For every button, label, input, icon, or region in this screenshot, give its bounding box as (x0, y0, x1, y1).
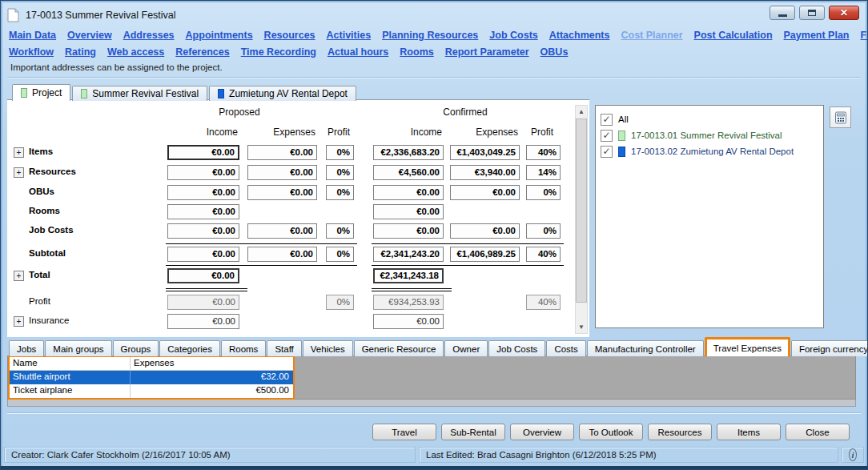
detail-tab-costs[interactable]: Costs (546, 340, 585, 356)
profit-proposed-profit-field[interactable]: 0% (326, 295, 354, 310)
column-header-expenses[interactable]: Expenses (130, 357, 293, 370)
nav-actual-hours[interactable]: Actual hours (328, 46, 388, 58)
detail-tab-owner[interactable]: Owner (444, 340, 488, 356)
detail-panel-scroll-strip[interactable] (7, 400, 856, 407)
job-costs-proposed-profit-field[interactable]: 0% (326, 223, 354, 239)
nav-references[interactable]: References (175, 46, 229, 58)
detail-tab-jobs[interactable]: Jobs (9, 340, 44, 356)
close-button[interactable]: ✕ (829, 6, 859, 20)
nav-workflow[interactable]: Workflow (9, 46, 54, 58)
column-header-name[interactable]: Name (10, 357, 130, 370)
items-confirmed-expenses-field[interactable]: €1,403,049.25 (450, 145, 520, 160)
to-outlook-button[interactable]: To Outlook (579, 424, 643, 440)
detail-tab-groups[interactable]: Groups (113, 340, 159, 356)
obus-confirmed-expenses-field[interactable]: €0.00 (450, 185, 520, 200)
nav-web-access[interactable]: Web access (107, 46, 164, 58)
detail-tab-travel-expenses[interactable]: Travel Expenses (705, 337, 790, 356)
nav-obus[interactable]: OBUs (540, 46, 569, 58)
info-icon[interactable]: i (849, 448, 857, 461)
checkbox-checked-icon[interactable]: ✓ (601, 114, 613, 126)
insurance-expand-button[interactable]: + (14, 316, 24, 327)
nav-resources[interactable]: Resources (264, 30, 315, 41)
nav-fields[interactable]: Fields (861, 30, 868, 41)
job-costs-proposed-income-field[interactable]: €0.00 (167, 223, 239, 239)
nav-payment-plan[interactable]: Payment Plan (784, 30, 850, 41)
nav-job-costs[interactable]: Job Costs (489, 30, 537, 41)
subtotal-confirmed-profit-field[interactable]: 40% (526, 247, 561, 262)
obus-proposed-expenses-field[interactable]: €0.00 (247, 185, 317, 200)
recalculate-button[interactable] (830, 106, 851, 128)
subtotal-confirmed-income-field[interactable]: €2,341,243.20 (373, 247, 444, 262)
tab-zumietung-av-rental-depot[interactable]: Zumietung AV Rental Depot (209, 86, 356, 101)
obus-confirmed-profit-field[interactable]: 0% (526, 185, 561, 200)
total-expand-button[interactable]: + (14, 271, 24, 281)
nav-cost-planner[interactable]: Cost Planner (621, 30, 682, 41)
subtotal-proposed-expenses-field[interactable]: €0.00 (247, 247, 317, 262)
resources-proposed-income-field[interactable]: €0.00 (167, 165, 239, 180)
job-filter-all[interactable]: ✓ All (601, 111, 818, 127)
job-costs-confirmed-expenses-field[interactable]: €0.00 (450, 223, 520, 239)
obus-confirmed-income-field[interactable]: €0.00 (373, 185, 444, 200)
nav-overview[interactable]: Overview (67, 30, 112, 41)
resources-proposed-expenses-field[interactable]: €0.00 (247, 165, 317, 180)
resources-confirmed-profit-field[interactable]: 14% (526, 165, 561, 180)
detail-tab-foreign-currency[interactable]: Foreign currency (791, 340, 868, 356)
detail-tab-generic-resource[interactable]: Generic Resource (354, 340, 444, 356)
job-costs-proposed-expenses-field[interactable]: €0.00 (247, 223, 317, 239)
sub-rental-button[interactable]: Sub-Rental (441, 424, 505, 440)
rooms-confirmed-income-field[interactable]: €0.00 (373, 204, 444, 219)
subtotal-confirmed-expenses-field[interactable]: €1,406,989.25 (450, 247, 520, 262)
scroll-down-icon[interactable]: ▼ (576, 321, 587, 333)
insurance-proposed-income-field[interactable]: €0.00 (167, 314, 239, 329)
travel-row-ticket-airplane[interactable]: Ticket airplane €500.00 (10, 384, 293, 398)
items-confirmed-income-field[interactable]: €2,336,683.20 (373, 145, 444, 160)
obus-proposed-profit-field[interactable]: 0% (326, 185, 354, 200)
job-costs-confirmed-income-field[interactable]: €0.00 (373, 223, 444, 239)
overview-button[interactable]: Overview (510, 424, 574, 440)
nav-time-recording[interactable]: Time Recording (241, 46, 316, 58)
items-proposed-profit-field[interactable]: 0% (326, 145, 354, 160)
checkbox-checked-icon[interactable]: ✓ (601, 130, 613, 142)
nav-rooms[interactable]: Rooms (400, 46, 433, 58)
obus-proposed-income-field[interactable]: €0.00 (167, 185, 239, 200)
job-filter-summer-revival-festival[interactable]: ✓ 17-0013.01 Summer Revival Festival (601, 127, 818, 143)
tab-summer-revival-festival[interactable]: Summer Revival Festival (72, 86, 207, 101)
nav-addresses[interactable]: Addresses (123, 30, 175, 41)
scrollbar-thumb[interactable] (576, 119, 587, 303)
resources-confirmed-expenses-field[interactable]: €3,940.00 (450, 165, 520, 180)
detail-tab-main-groups[interactable]: Main groups (45, 340, 111, 356)
insurance-confirmed-income-field[interactable]: €0.00 (373, 314, 444, 329)
items-expand-button[interactable]: + (14, 147, 24, 158)
resources-confirmed-income-field[interactable]: €4,560.00 (373, 165, 444, 180)
resources-proposed-profit-field[interactable]: 0% (326, 165, 354, 180)
subtotal-proposed-profit-field[interactable]: 0% (326, 247, 354, 262)
total-confirmed-income-field[interactable]: €2,341,243.18 (373, 268, 444, 283)
detail-tab-vehicles[interactable]: Vehicles (303, 340, 353, 356)
detail-tab-manufacturing-controller[interactable]: Manufacturing Controller (587, 340, 704, 356)
profit-confirmed-profit-field[interactable]: 40% (526, 295, 561, 310)
minimize-button[interactable] (770, 6, 795, 20)
job-costs-confirmed-profit-field[interactable]: 0% (526, 223, 561, 239)
nav-post-calculation[interactable]: Post Calculation (694, 30, 773, 41)
resources-button[interactable]: Resources (648, 424, 712, 440)
nav-report-parameter[interactable]: Report Parameter (445, 46, 529, 58)
travel-button[interactable]: Travel (372, 424, 436, 440)
subtotal-proposed-income-field[interactable]: €0.00 (167, 247, 239, 262)
nav-activities[interactable]: Activities (327, 30, 372, 41)
nav-rating[interactable]: Rating (65, 46, 96, 58)
rooms-proposed-income-field[interactable]: €0.00 (167, 204, 239, 219)
resources-expand-button[interactable]: + (14, 167, 24, 178)
form-scrollbar[interactable]: ▲ ▼ (575, 105, 588, 334)
maximize-button[interactable] (799, 6, 825, 20)
scroll-up-icon[interactable]: ▲ (576, 106, 587, 118)
items-proposed-expenses-field[interactable]: €0.00 (247, 145, 317, 160)
nav-planning-resources[interactable]: Planning Resources (382, 30, 478, 41)
items-button[interactable]: Items (717, 424, 781, 440)
info-section[interactable]: i (842, 447, 864, 463)
close-dialog-button[interactable]: Close (786, 424, 850, 440)
items-proposed-income-field[interactable]: €0.00 (167, 145, 239, 160)
total-proposed-income-field[interactable]: €0.00 (167, 268, 239, 283)
travel-row-shuttle-airport[interactable]: Shuttle airport €32.00 (10, 371, 293, 384)
checkbox-checked-icon[interactable]: ✓ (601, 146, 613, 158)
nav-main-data[interactable]: Main Data (9, 30, 56, 41)
